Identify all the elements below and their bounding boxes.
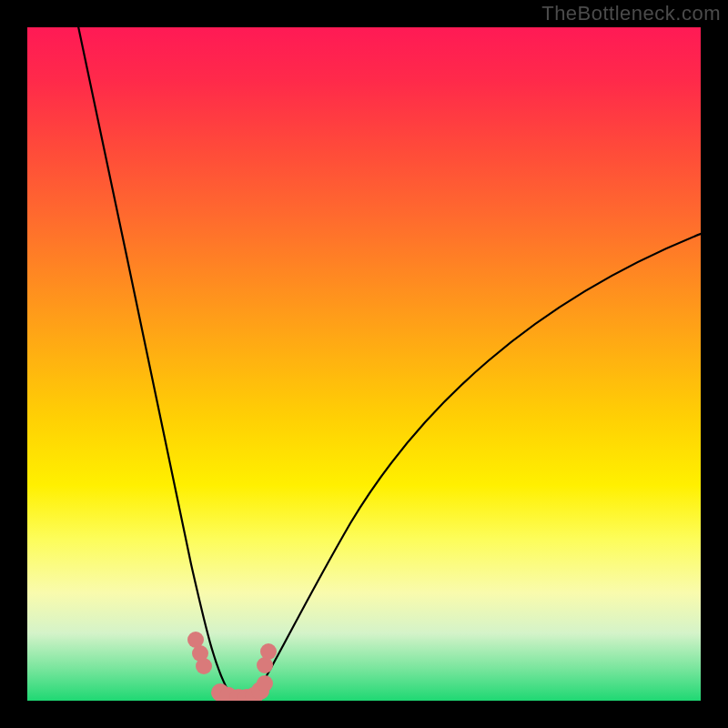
svg-point-11 <box>260 643 277 660</box>
curve-layer <box>27 27 701 701</box>
left-curve <box>75 27 233 699</box>
chart-stage: TheBottleneck.com <box>0 0 728 728</box>
plot-area <box>27 27 701 701</box>
marker-dots <box>187 632 277 701</box>
svg-point-9 <box>257 675 273 692</box>
right-curve <box>253 232 701 699</box>
svg-point-2 <box>196 658 212 674</box>
watermark-credit: TheBottleneck.com <box>541 2 721 25</box>
